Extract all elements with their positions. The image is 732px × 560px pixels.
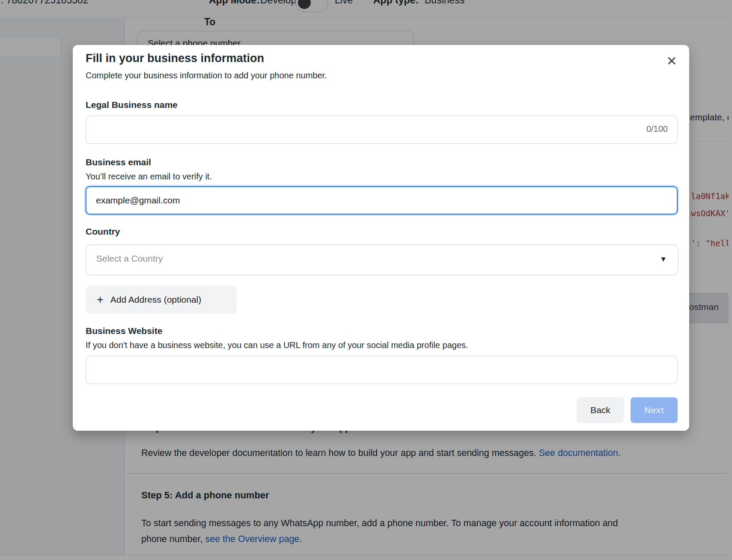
- legal-name-input[interactable]: [86, 116, 678, 144]
- dialog-subtitle: Complete your business information to ad…: [86, 71, 327, 80]
- close-icon[interactable]: ✕: [664, 53, 680, 69]
- chevron-down-icon: ▼: [660, 255, 667, 264]
- business-email-helper: You’ll receive an email to verify it.: [86, 172, 212, 182]
- business-website-helper: If you don't have a business website, yo…: [86, 340, 468, 350]
- business-email-input[interactable]: [86, 186, 678, 214]
- dialog-title: Fill in your business information: [86, 52, 264, 65]
- plus-icon: +: [97, 293, 104, 307]
- business-website-input[interactable]: [86, 356, 678, 384]
- country-label: Country: [86, 226, 120, 237]
- add-address-label: Add Address (optional): [110, 295, 201, 305]
- legal-name-label: Legal Business name: [86, 100, 178, 110]
- char-counter: 0/100: [646, 124, 668, 134]
- business-email-label: Business email: [86, 157, 151, 167]
- add-address-button[interactable]: + Add Address (optional): [86, 286, 237, 314]
- country-select[interactable]: Select a Country ▼: [86, 244, 678, 275]
- screen: . 786207725105502 App Mode: Development …: [0, 0, 732, 560]
- next-button[interactable]: Next: [631, 397, 678, 423]
- back-button[interactable]: Back: [577, 397, 624, 423]
- business-website-label: Business Website: [86, 326, 162, 336]
- business-info-dialog: Fill in your business information Comple…: [73, 45, 689, 431]
- country-select-placeholder: Select a Country: [96, 253, 163, 264]
